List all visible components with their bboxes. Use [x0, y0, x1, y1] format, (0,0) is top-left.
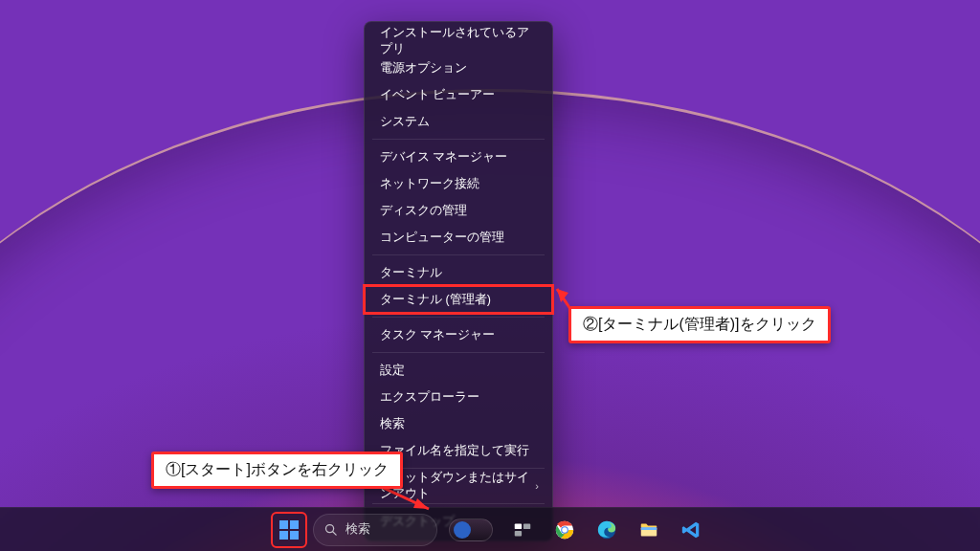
annotation-step-2: ②[ターミナル(管理者)]をクリック: [568, 306, 831, 343]
taskbar-vscode[interactable]: [673, 512, 709, 548]
context-menu-item-label: タスク マネージャー: [380, 327, 495, 343]
explorer-icon: [638, 519, 659, 540]
context-menu-item-label: デバイス マネージャー: [380, 149, 507, 165]
edge-icon: [596, 519, 617, 540]
context-menu-item[interactable]: 設定: [365, 357, 552, 384]
context-menu-item-label: システム: [380, 114, 430, 130]
context-menu-item-label: 設定: [380, 363, 405, 379]
context-menu-item-label: エクスプローラー: [380, 389, 479, 406]
context-menu-item[interactable]: コンピューターの管理: [365, 224, 552, 251]
svg-rect-6: [515, 523, 522, 529]
context-menu-item-label: 検索: [380, 416, 405, 432]
taskbar-search-label: 検索: [345, 521, 370, 538]
context-menu-item-label: 電源オプション: [380, 60, 467, 77]
taskbar-explorer[interactable]: [631, 512, 667, 548]
context-menu-item[interactable]: ターミナル: [365, 259, 552, 286]
annotation-step-1: ①[スタート]ボタンを右クリック: [151, 452, 403, 489]
svg-rect-8: [515, 530, 522, 536]
context-menu-item[interactable]: システム: [365, 108, 552, 135]
context-menu-item[interactable]: タスク マネージャー: [365, 321, 552, 348]
context-menu-item-label: イベント ビューアー: [380, 87, 495, 103]
chrome-icon: [554, 519, 575, 540]
chevron-right-icon: ›: [535, 480, 539, 492]
windows-logo-icon: [279, 520, 299, 540]
context-menu-item[interactable]: インストールされているアプリ: [365, 28, 552, 55]
taskbar-edge[interactable]: [589, 512, 625, 548]
menu-separator: [372, 352, 545, 353]
context-menu-item[interactable]: ネットワーク接続: [365, 170, 552, 197]
svg-marker-3: [557, 289, 568, 302]
vscode-icon: [680, 519, 702, 540]
context-menu-item-label: インストールされているアプリ: [380, 25, 539, 57]
taskbar-task-view[interactable]: [504, 512, 541, 548]
context-menu-item[interactable]: イベント ビューアー: [365, 81, 552, 108]
taskbar-widgets-toggle[interactable]: [449, 518, 493, 541]
context-menu-item-label: ディスクの管理: [380, 203, 467, 219]
svg-line-5: [333, 532, 336, 535]
context-menu-item[interactable]: デバイス マネージャー: [365, 143, 552, 170]
context-menu-item[interactable]: 電源オプション: [365, 55, 552, 81]
search-icon: [323, 522, 338, 537]
svg-rect-14: [641, 527, 657, 530]
context-menu-item[interactable]: 検索: [365, 410, 552, 437]
context-menu-item[interactable]: ターミナル (管理者): [365, 286, 552, 313]
svg-point-11: [562, 527, 568, 533]
taskbar-chrome[interactable]: [546, 512, 583, 548]
menu-separator: [372, 254, 545, 255]
task-view-icon: [512, 519, 533, 540]
context-menu-item[interactable]: ディスクの管理: [365, 197, 552, 224]
taskbar: 検索: [0, 507, 980, 551]
svg-rect-7: [523, 523, 530, 529]
context-menu-item-label: ターミナル (管理者): [380, 292, 491, 308]
menu-separator: [372, 139, 545, 140]
context-menu-item-label: ターミナル: [380, 265, 442, 281]
context-menu-item-label: ネットワーク接続: [380, 176, 479, 192]
context-menu-item-label: コンピューターの管理: [380, 230, 504, 246]
menu-separator: [372, 317, 545, 318]
start-button[interactable]: [271, 512, 307, 548]
svg-marker-1: [413, 498, 429, 509]
context-menu-item[interactable]: エクスプローラー: [365, 384, 552, 410]
